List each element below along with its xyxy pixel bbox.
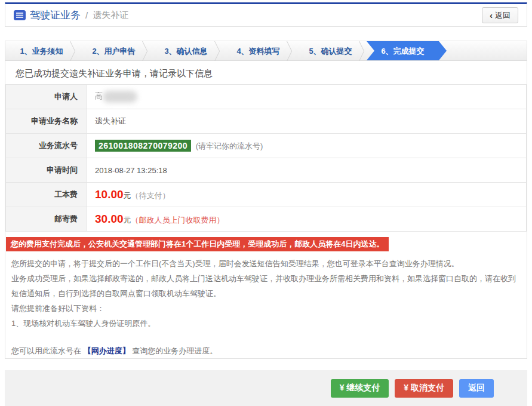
applicant-name: 高 <box>95 91 103 100</box>
alert-banner-wrap: 您的费用支付完成后，公安机关交通管理部门将在1个工作日内受理，受理成功后，邮政人… <box>6 237 527 251</box>
step-2-user-declaration[interactable]: 2、用户申告 <box>78 41 150 60</box>
progress-note-prefix: 您可以用此流水号在 <box>11 346 84 355</box>
table-row: 申请业务名称 遗失补证 <box>6 109 527 134</box>
table-row: 工本费 10.00元（待支付） <box>6 183 527 207</box>
serial-number-value: 261001808270079200 (请牢记你的流水号) <box>87 134 527 158</box>
serial-number-note: (请牢记你的流水号) <box>196 142 263 150</box>
main-panel: 1、业务须知 2、用户申告 3、确认信息 4、资料填写 5、确认提交 6、完成提… <box>5 41 527 359</box>
row-label: 业务流水号 <box>6 134 87 158</box>
continue-pay-button[interactable]: ¥ 继续支付 <box>331 379 389 398</box>
progress-note: 您可以用此流水号在 【网办进度】 查询您的业务办理进度。 <box>11 343 521 358</box>
header: 驾驶证业务 / 遗失补证 ‹ 返回 <box>5 2 527 27</box>
postage-fee-value: 30.00元（邮政人员上门收取费用） <box>87 207 527 232</box>
postage-fee-amount: 30.00 <box>95 213 124 225</box>
instruction-paragraph: 您所提交的申请，将于提交后的一个工作日(不含当天)受理，届时会发送短信告知受理结… <box>11 256 521 271</box>
form-list-icon <box>14 10 26 20</box>
instruction-paragraph: 1、现场核对机动车驾驶人身份证明原件。 <box>11 316 521 331</box>
table-row: 申请时间 2018-08-27 13:25:18 <box>6 158 527 183</box>
alert-banner: 您的费用支付完成后，公安机关交通管理部门将在1个工作日内受理，受理成功后，邮政人… <box>6 237 389 251</box>
instruction-paragraph: 业务成功受理后，如果选择邮政寄递的，邮政人员将上门送达机动车驾驶证，并收取办理业… <box>11 271 521 301</box>
chevron-left-icon: ‹ <box>490 11 493 20</box>
page-subtitle: 遗失补证 <box>93 10 128 21</box>
action-bar: ¥ 继续支付 ¥ 取消支付 返回 <box>5 370 527 406</box>
row-label: 申请时间 <box>6 158 87 183</box>
back-button-label: 返回 <box>495 10 511 21</box>
step-6-complete-submit: 6、完成提交 <box>367 41 447 60</box>
return-button[interactable]: 返回 <box>459 379 494 398</box>
production-fee-value: 10.00元（待支付） <box>87 183 527 207</box>
cancel-pay-button[interactable]: ¥ 取消支付 <box>395 379 453 398</box>
step-4-fill-materials[interactable]: 4、资料填写 <box>222 41 294 60</box>
page: 驾驶证业务 / 遗失补证 ‹ 返回 1、业务须知 2、用户申告 3、确认信息 4… <box>5 2 527 406</box>
step-wizard: 1、业务须知 2、用户申告 3、确认信息 4、资料填写 5、确认提交 6、完成提… <box>5 41 527 61</box>
info-table: 申请人 高 申请业务名称 遗失补证 业务流水号 2610018082700792… <box>5 84 527 232</box>
instructions: 您所提交的申请，将于提交后的一个工作日(不含当天)受理，届时会发送短信告知受理结… <box>11 256 521 358</box>
breadcrumb-separator: / <box>85 10 88 20</box>
production-fee-note: （待支付） <box>131 191 170 200</box>
row-label: 申请人 <box>6 85 87 109</box>
table-row: 邮寄费 30.00元（邮政人员上门收取费用） <box>6 207 527 232</box>
table-row: 申请人 高 <box>6 85 527 109</box>
step-1-business-notice[interactable]: 1、业务须知 <box>5 41 78 60</box>
row-label: 工本费 <box>6 183 87 207</box>
production-fee-amount: 10.00 <box>95 188 124 201</box>
success-message: 您已成功提交遗失补证业务申请，请记录以下信息 <box>16 68 527 79</box>
instruction-paragraph: 请您提前准备好以下资料： <box>11 301 521 316</box>
step-5-confirm-submit[interactable]: 5、确认提交 <box>294 41 367 60</box>
table-row: 业务流水号 261001808270079200 (请牢记你的流水号) <box>6 134 527 158</box>
business-name-value: 遗失补证 <box>87 109 527 134</box>
page-title: 驾驶证业务 <box>30 8 81 22</box>
breadcrumb: 驾驶证业务 / 遗失补证 <box>14 8 128 22</box>
fee-unit: 元 <box>124 191 131 200</box>
serial-number-badge: 261001808270079200 <box>95 140 191 152</box>
apply-time-value: 2018-08-27 13:25:18 <box>87 158 527 183</box>
row-label: 申请业务名称 <box>6 109 87 134</box>
postage-fee-note: （邮政人员上门收取费用） <box>131 216 225 224</box>
back-button[interactable]: ‹ 返回 <box>482 7 518 23</box>
row-label: 邮寄费 <box>6 207 87 232</box>
redacted-name-blur <box>103 91 137 103</box>
progress-link[interactable]: 【网办进度】 <box>84 346 130 355</box>
applicant-value: 高 <box>87 85 527 109</box>
progress-note-suffix: 查询您的业务办理进度。 <box>130 346 218 355</box>
fee-unit: 元 <box>124 216 131 224</box>
step-3-confirm-info[interactable]: 3、确认信息 <box>150 41 222 60</box>
